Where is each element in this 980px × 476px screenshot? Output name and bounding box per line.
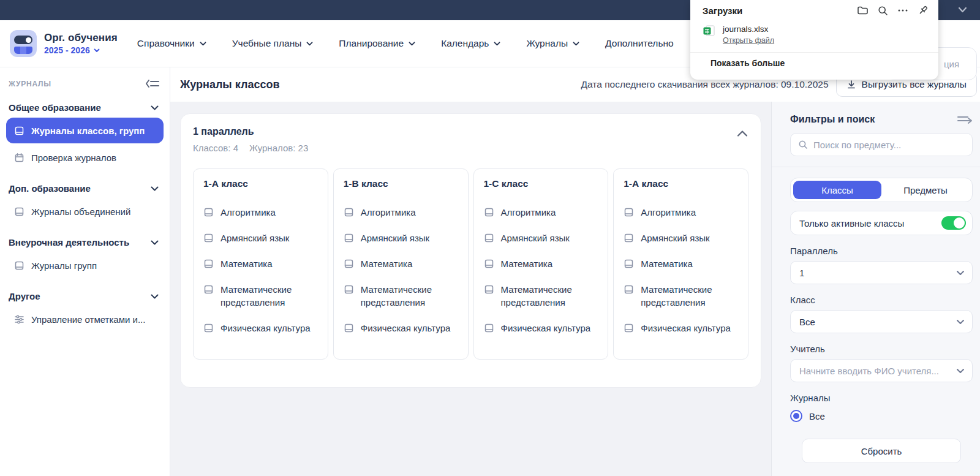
- subject-journal-link[interactable]: Математика: [203, 257, 318, 270]
- book-icon: [624, 259, 634, 270]
- sidebar-section-0[interactable]: Общее образование: [9, 102, 159, 113]
- parallel-filter-label: Параллель: [790, 246, 973, 256]
- subject-journal-link[interactable]: Армянский язык: [624, 232, 738, 244]
- calendar-icon: [14, 153, 24, 163]
- sidebar-section-2[interactable]: Внеурочная деятельность: [9, 237, 159, 247]
- subject-journal-link[interactable]: Математика: [344, 257, 458, 270]
- sidebar-item-2-0[interactable]: Журналы групп: [6, 252, 164, 278]
- reset-filters-button[interactable]: Сбросить: [802, 439, 961, 463]
- sidebar-item-label: Проверка журналов: [31, 153, 116, 163]
- active-classes-toggle[interactable]: [941, 216, 966, 230]
- school-year-label: 2025 - 2026: [44, 45, 90, 55]
- subject-journal-link[interactable]: Математические представления: [203, 283, 318, 309]
- nav-item-0[interactable]: Справочники: [137, 38, 206, 49]
- page-title: Журналы классов: [180, 78, 279, 91]
- show-more-link[interactable]: Показать больше: [690, 52, 938, 68]
- folder-icon[interactable]: [857, 6, 869, 15]
- chevron-down-icon: [151, 105, 159, 110]
- book-icon: [344, 259, 354, 270]
- subject-label: Алгоритмика: [501, 206, 556, 219]
- sliders-icon: [14, 314, 24, 325]
- nav-item-2[interactable]: Планирование: [339, 38, 415, 49]
- app-title: Орг. обучения: [44, 32, 118, 44]
- open-file-link[interactable]: Открыть файл: [723, 36, 774, 45]
- sidebar-section-1[interactable]: Доп. образование: [9, 183, 159, 194]
- book-icon: [624, 233, 634, 244]
- subject-journal-link[interactable]: Армянский язык: [344, 232, 458, 244]
- app-logo[interactable]: [10, 30, 37, 57]
- sidebar-collapse-icon[interactable]: [145, 78, 160, 89]
- class-select-value: Все: [799, 317, 956, 327]
- excel-file-icon: [703, 25, 715, 45]
- subject-search-input[interactable]: [813, 140, 965, 150]
- subject-journal-link[interactable]: Физическая культура: [624, 322, 738, 334]
- pin-icon[interactable]: [918, 5, 929, 16]
- class-card-2[interactable]: 1-С классАлгоритмикаАрмянский языкМатема…: [473, 168, 609, 360]
- subject-journal-link[interactable]: Алгоритмика: [203, 206, 318, 219]
- sidebar-item-0-1[interactable]: Проверка журналов: [6, 145, 164, 170]
- subject-journal-link[interactable]: Армянский язык: [484, 232, 598, 244]
- book-icon: [624, 207, 634, 219]
- book-icon: [624, 323, 634, 334]
- subject-label: Математика: [361, 257, 413, 270]
- chevron-down-icon: [306, 42, 313, 46]
- parallel-title: 1 параллель: [193, 126, 308, 137]
- nav-item-1[interactable]: Учебные планы: [232, 38, 314, 49]
- book-icon: [484, 323, 494, 334]
- class-card-title: 1-А класс: [203, 178, 318, 189]
- parallel-group-card: 1 параллель Классов: 4 Журналов: 23 1-А …: [180, 113, 761, 388]
- subject-journal-link[interactable]: Физическая культура: [344, 322, 458, 334]
- subject-journal-link[interactable]: Физическая культура: [203, 322, 318, 334]
- subject-journal-link[interactable]: Математические представления: [624, 283, 738, 309]
- subject-label: Математика: [221, 257, 273, 270]
- subject-label: Математические представления: [641, 283, 738, 309]
- sidebar-section-title: Другое: [9, 291, 40, 301]
- filters-divider: [772, 167, 980, 167]
- subject-journal-link[interactable]: Алгоритмика: [624, 206, 738, 219]
- subject-label: Физическая культура: [221, 322, 311, 334]
- subject-label: Математические представления: [361, 283, 458, 309]
- subject-journal-link[interactable]: Алгоритмика: [344, 206, 458, 219]
- book-icon: [14, 260, 24, 271]
- sidebar-section-title: Общее образование: [9, 102, 101, 113]
- filters-collapse-icon[interactable]: [957, 115, 973, 124]
- chevron-down-icon: [956, 368, 965, 374]
- search-icon[interactable]: [878, 6, 888, 16]
- parallel-select[interactable]: 1: [790, 261, 973, 284]
- class-card-1[interactable]: 1-В классАлгоритмикаАрмянский языкМатема…: [333, 168, 469, 360]
- class-card-0[interactable]: 1-А классАлгоритмикаАрмянский языкМатема…: [193, 168, 328, 360]
- journals-radio-all[interactable]: Все: [790, 410, 973, 422]
- downloaded-file-row[interactable]: journals.xlsx Открыть файл: [690, 16, 938, 45]
- tab-subjects[interactable]: Предметы: [881, 181, 970, 199]
- subject-journal-link[interactable]: Математика: [484, 257, 598, 270]
- subject-journal-link[interactable]: Армянский язык: [203, 232, 318, 244]
- nav-item-4[interactable]: Журналы: [526, 38, 579, 49]
- chevron-down-icon[interactable]: [957, 6, 968, 14]
- more-icon[interactable]: [897, 9, 908, 12]
- nav-item-3[interactable]: Календарь: [441, 38, 500, 49]
- subject-journal-link[interactable]: Алгоритмика: [484, 206, 598, 219]
- book-icon: [344, 207, 354, 219]
- class-card-3[interactable]: 1-А классАлгоритмикаАрмянский языкМатема…: [613, 168, 748, 360]
- school-year-selector[interactable]: 2025 - 2026: [44, 45, 118, 55]
- subject-journal-link[interactable]: Математические представления: [344, 283, 458, 309]
- sidebar-item-1-0[interactable]: Журналы объединений: [6, 198, 164, 224]
- teacher-select-placeholder: Начните вводить ФИО учителя...: [799, 366, 956, 376]
- tab-classes[interactable]: Классы: [793, 181, 881, 199]
- sidebar-section-3[interactable]: Другое: [9, 291, 159, 301]
- main-nav: СправочникиУчебные планыПланированиеКале…: [137, 38, 674, 49]
- journals-filter-label: Журналы: [790, 393, 973, 403]
- collapse-parallel-icon[interactable]: [736, 126, 748, 137]
- nav-item-label: Справочники: [137, 38, 195, 49]
- book-icon: [624, 284, 634, 309]
- sidebar-item-0-0[interactable]: Журналы классов, групп: [6, 118, 164, 143]
- sidebar-item-3-0[interactable]: Управление отметками и...: [6, 306, 164, 332]
- subject-journal-link[interactable]: Физическая культура: [484, 322, 598, 334]
- teacher-select[interactable]: Начните вводить ФИО учителя...: [790, 359, 973, 382]
- subject-journal-link[interactable]: Математика: [624, 257, 738, 270]
- class-select[interactable]: Все: [790, 310, 973, 333]
- subject-journal-link[interactable]: Математические представления: [484, 283, 598, 309]
- nav-item-5[interactable]: Дополнительно: [605, 38, 674, 49]
- view-mode-tabs: Классы Предметы: [790, 178, 973, 202]
- journals-count: Журналов: 23: [249, 143, 308, 153]
